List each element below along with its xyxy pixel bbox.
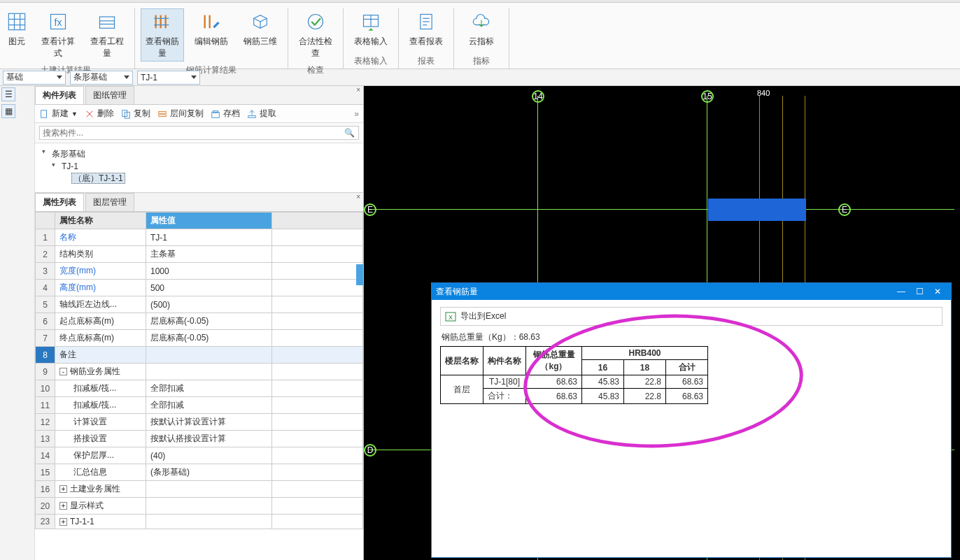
prop-value[interactable]: TJ-1: [146, 229, 272, 246]
ribbon-btn-edit-rebar[interactable]: 编辑钢筋: [190, 8, 233, 62]
edit-rebar-icon: [200, 10, 223, 33]
prop-extra: [272, 498, 363, 515]
prop-value[interactable]: 按默认计算设置计算: [146, 414, 272, 431]
popup-title-text: 查看钢筋量: [436, 286, 478, 298]
prop-row[interactable]: 8备注: [36, 347, 363, 364]
btn-archive[interactable]: 存档: [211, 108, 240, 120]
prop-extra: [272, 431, 363, 447]
btn-extract[interactable]: 提取: [247, 108, 276, 120]
prop-extra: [272, 364, 363, 380]
prop-value[interactable]: 层底标高(-0.05): [146, 330, 272, 347]
prop-value[interactable]: 层底标高(-0.05): [146, 313, 272, 330]
prop-row[interactable]: 1名称TJ-1: [36, 229, 363, 246]
prop-value[interactable]: [146, 498, 272, 515]
prop-row[interactable]: 5轴线距左边线...(500): [36, 296, 363, 313]
prop-row[interactable]: 12计算设置按默认计算设置计算: [36, 414, 363, 431]
tab-component-list[interactable]: 构件列表: [35, 86, 84, 104]
prop-value[interactable]: 按默认搭接设置计算: [146, 431, 272, 447]
prop-value[interactable]: (500): [146, 296, 272, 313]
ribbon-btn-yutuyuan[interactable]: 图元: [3, 8, 31, 62]
export-button[interactable]: X 导出到Excel: [440, 307, 943, 326]
ribbon-btn-report[interactable]: 查看报表: [404, 8, 448, 50]
expander-icon[interactable]: +: [59, 518, 67, 526]
ribbon-btn-cloud[interactable]: 云指标: [460, 8, 503, 50]
prop-value[interactable]: [146, 364, 272, 380]
splitter-handle[interactable]: [356, 264, 363, 285]
tab-layer-mgmt[interactable]: 图层管理: [85, 193, 134, 211]
expander-icon[interactable]: +: [59, 502, 67, 510]
prop-row[interactable]: 7终点底标高(m)层底标高(-0.05): [36, 330, 363, 347]
svg-rect-0: [8, 13, 24, 29]
row-number: 20: [36, 498, 55, 515]
prop-row[interactable]: 9-钢筋业务属性: [36, 364, 363, 380]
tab-prop-list[interactable]: 属性列表: [35, 193, 84, 211]
btn-copy[interactable]: 复制: [121, 108, 150, 120]
prop-value[interactable]: [146, 481, 272, 498]
prop-row[interactable]: 23+TJ-1-1: [36, 515, 363, 529]
prop-row[interactable]: 10扣减板/筏...全部扣减: [36, 380, 363, 397]
btn-floor-copy[interactable]: 层间复制: [157, 108, 204, 120]
prop-row[interactable]: 11扣减板/筏...全部扣减: [36, 397, 363, 414]
prop-value[interactable]: 500: [146, 280, 272, 296]
row-number: 12: [36, 414, 55, 431]
prop-value[interactable]: [146, 515, 272, 529]
tree-node-leaf[interactable]: （底）TJ-1-1: [62, 172, 356, 185]
ribbon-btn-validity[interactable]: 合法性检查: [294, 8, 337, 62]
th-hrb: HRB400: [582, 347, 708, 360]
close-icon[interactable]: ×: [356, 193, 360, 201]
component-tree[interactable]: 条形基础 TJ-1 （底）TJ-1-1: [35, 143, 363, 192]
more-icon[interactable]: »: [354, 109, 359, 119]
axis-label-d: D: [364, 444, 376, 457]
tree-node-child[interactable]: TJ-1: [52, 161, 356, 172]
popup-titlebar[interactable]: 查看钢筋量 — ☐ ✕: [432, 283, 951, 300]
prop-value[interactable]: (条形基础): [146, 464, 272, 481]
btn-new[interactable]: 新建 ▼: [39, 108, 78, 120]
prop-value[interactable]: 1000: [146, 263, 272, 280]
btn-delete[interactable]: 删除: [85, 108, 114, 120]
maximize-icon[interactable]: ☐: [910, 287, 929, 296]
row-number: 13: [36, 431, 55, 447]
chevron-down-icon: [124, 76, 129, 79]
prop-row[interactable]: 13搭接设置按默认搭接设置计算: [36, 431, 363, 447]
ribbon-btn-rebar-3d[interactable]: 钢筋三维: [239, 8, 282, 62]
ribbon-group-title: 表格输入: [354, 52, 388, 69]
th-18: 18: [624, 360, 666, 375]
prop-row[interactable]: 20+显示样式: [36, 498, 363, 515]
prop-value[interactable]: 全部扣减: [146, 397, 272, 414]
prop-row[interactable]: 4高度(mm)500: [36, 280, 363, 296]
prop-name: 备注: [55, 347, 146, 364]
rebar-icon: [151, 10, 174, 33]
prop-value[interactable]: 主条基: [146, 246, 272, 263]
prop-row[interactable]: 3宽度(mm)1000: [36, 263, 363, 280]
tree-node-root[interactable]: 条形基础: [42, 148, 356, 161]
grid-view-icon[interactable]: ▦: [1, 104, 15, 118]
prop-row[interactable]: 16+土建业务属性: [36, 481, 363, 498]
prop-row[interactable]: 6起点底标高(m)层底标高(-0.05): [36, 313, 363, 330]
expander-icon[interactable]: -: [59, 368, 67, 375]
prop-name: -钢筋业务属性: [55, 364, 146, 380]
ribbon-btn-view-rebar[interactable]: 查看钢筋量: [141, 8, 184, 62]
prop-value[interactable]: [146, 347, 272, 364]
selected-element[interactable]: [708, 199, 806, 221]
prop-row[interactable]: 14保护层厚...(40): [36, 447, 363, 464]
category-select-1[interactable]: 基础: [3, 71, 66, 85]
grid-icon: [6, 10, 28, 33]
ribbon-btn-view-calc[interactable]: fx 查看计算式: [36, 8, 80, 62]
list-view-icon[interactable]: ☰: [1, 87, 15, 101]
component-select[interactable]: TJ-1: [137, 71, 200, 85]
prop-value[interactable]: 全部扣减: [146, 380, 272, 397]
search-icon[interactable]: 🔍: [344, 128, 355, 138]
tab-drawing-mgmt[interactable]: 图纸管理: [85, 86, 134, 104]
close-icon[interactable]: ×: [356, 86, 360, 94]
prop-row[interactable]: 2结构类别主条基: [36, 246, 363, 263]
ribbon-btn-table-input[interactable]: 表格输入: [349, 8, 393, 50]
property-grid[interactable]: 属性名称 属性值 1名称TJ-12结构类别主条基3宽度(mm)10004高度(m…: [35, 212, 363, 560]
ribbon-btn-view-qty[interactable]: 查看工程量: [85, 8, 129, 62]
expander-icon[interactable]: +: [59, 485, 67, 493]
prop-row[interactable]: 15汇总信息(条形基础): [36, 464, 363, 481]
prop-value[interactable]: (40): [146, 447, 272, 464]
category-select-2[interactable]: 条形基础: [70, 71, 133, 85]
search-input[interactable]: [39, 126, 359, 140]
minimize-icon[interactable]: —: [892, 287, 910, 296]
close-icon[interactable]: ✕: [929, 287, 947, 296]
